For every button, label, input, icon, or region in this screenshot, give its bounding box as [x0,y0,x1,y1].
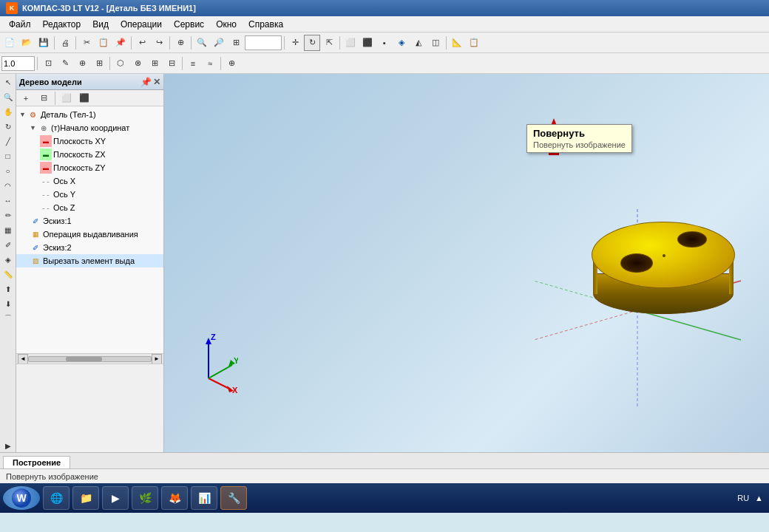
menu-help[interactable]: Справка [243,18,289,31]
lp-pan[interactable]: ✋ [1,105,15,118]
t2-btn4[interactable]: ⊞ [91,55,107,72]
svg-text:Z: Z [211,334,216,341]
t2-btn5[interactable]: ⬡ [112,55,129,72]
expand-origin-icon[interactable]: ▼ [30,124,36,132]
lp-zoom[interactable]: 🔍 [1,90,15,103]
lp-rotate[interactable]: ↻ [1,120,15,133]
taskbar-explorer[interactable]: 📁 [72,486,99,510]
tree-item-cut[interactable]: ▨ Вырезать элемент выда [16,254,163,267]
t2-btn3[interactable]: ⊕ [74,55,90,72]
right-view-button[interactable]: ▪ [376,35,393,51]
t2-btn8[interactable]: ⊟ [163,55,180,72]
menu-service[interactable]: Сервис [168,18,210,31]
taskbar-kompas[interactable]: 🔧 [220,486,247,510]
shade-button[interactable]: ◭ [410,35,427,51]
tree-scrollbar[interactable]: ◄ ► [16,353,163,364]
tree-item-extrude[interactable]: ▦ Операция выдавливания [16,228,163,241]
viewport[interactable]: Повернуть Повернуть изображение [164,74,769,452]
tree-pin-icon[interactable]: 📌 [140,77,152,87]
menu-view[interactable]: Вид [87,18,115,31]
undo-button[interactable]: ↩ [134,35,150,51]
tree-tb-view1[interactable]: ⬜ [58,90,75,106]
menu-edit[interactable]: Редактор [37,18,87,31]
scroll-right[interactable]: ► [152,354,162,364]
start-button[interactable]: W [3,486,40,510]
lp-sketch[interactable]: ✐ [1,238,15,251]
t2-btn9[interactable]: ≡ [185,55,201,72]
print-button[interactable]: 🖨 [57,35,73,51]
measure-button[interactable]: 📐 [449,35,465,51]
lp-3d[interactable]: ◈ [1,253,15,266]
t2-btn10[interactable]: ≈ [202,55,218,72]
iso-view-button[interactable]: ◈ [393,35,410,51]
move-button[interactable]: ✛ [287,35,303,51]
zoom-value-input[interactable]: 1.0 [245,35,282,50]
lp-dim[interactable]: ↔ [1,194,15,207]
menu-window[interactable]: Окно [210,18,243,31]
tree-item-zy[interactable]: ▬ Плоскость ZY [16,161,163,174]
tree-item-axis-z[interactable]: - - Ось Z [16,201,163,214]
lp-rect[interactable]: □ [1,149,15,163]
new-button[interactable]: 📄 [1,35,18,51]
lp-line[interactable]: ╱ [1,134,15,148]
tree-item-xy[interactable]: ▬ Плоскость XY [16,134,163,148]
tab-construction[interactable]: Построение [3,456,70,468]
taskbar-ie[interactable]: 🌐 [43,486,70,510]
taskbar-green[interactable]: 🌿 [132,486,158,510]
tree-item-sketch1[interactable]: ✐ Эскиз:1 [16,214,163,228]
taskbar-player[interactable]: ▶ [102,486,129,510]
lp-note[interactable]: ✏ [1,208,15,222]
tree-tb-add[interactable]: + [18,90,34,106]
tree-tb-view2[interactable]: ⬛ [76,90,92,106]
snap-button[interactable]: ⊕ [172,35,189,51]
orient-button[interactable]: ⇱ [321,35,337,51]
lp-cut[interactable]: ⬇ [1,297,15,310]
zoom-in-button[interactable]: 🔍 [194,35,210,51]
scroll-thumb[interactable] [66,357,103,361]
lp-hatch[interactable]: ▦ [1,223,15,236]
properties-button[interactable]: 📋 [466,35,482,51]
taskbar-expand[interactable]: ▲ [755,494,763,502]
cut-icon: ▨ [30,255,41,267]
top-view-button[interactable]: ⬛ [359,35,376,51]
t2-btn11[interactable]: ⊕ [223,55,240,72]
t2-btn6[interactable]: ⊗ [129,55,146,72]
tree-item-axis-x[interactable]: - - Ось X [16,174,163,188]
taskbar-office[interactable]: 📊 [191,486,217,510]
lp-select[interactable]: ↖ [1,75,15,89]
scale-input[interactable] [1,56,35,71]
tree-item-origin[interactable]: ▼ ⊕ (т)Начало координат [16,121,163,134]
lp-expand[interactable]: ▶ [1,439,15,452]
tree-item-sketch2[interactable]: ✐ Эскиз:2 [16,241,163,254]
t2-btn2[interactable]: ✎ [57,55,73,72]
tree-tb-filter[interactable]: ⊟ [35,90,52,106]
lp-circle[interactable]: ○ [1,164,15,177]
tree-item-axis-y[interactable]: - - Ось Y [16,188,163,201]
scroll-track[interactable] [28,356,152,362]
cut-button[interactable]: ✂ [78,35,95,51]
zoom-fit-button[interactable]: ⊞ [228,35,244,51]
tree-item-zx[interactable]: ▬ Плоскость ZX [16,148,163,161]
copy-button[interactable]: 📋 [95,35,112,51]
wire-button[interactable]: ◫ [427,35,444,51]
taskbar-firefox[interactable]: 🦊 [161,486,188,510]
lp-fillet[interactable]: ⌒ [1,312,15,325]
paste-button[interactable]: 📌 [112,35,129,51]
lp-extrude[interactable]: ⬆ [1,282,15,296]
redo-button[interactable]: ↪ [151,35,167,51]
scroll-left[interactable]: ◄ [18,354,28,364]
t2-btn1[interactable]: ⊡ [40,55,56,72]
zoom-out-button[interactable]: 🔎 [211,35,227,51]
open-button[interactable]: 📂 [18,35,35,51]
menu-operations[interactable]: Операции [115,18,168,31]
lp-arc[interactable]: ◠ [1,179,15,192]
lp-measure[interactable]: 📏 [1,267,15,281]
tree-item-root[interactable]: ▼ ⚙ Деталь (Тел-1) [16,108,163,121]
menu-file[interactable]: Файл [3,18,37,31]
save-button[interactable]: 💾 [35,35,52,51]
front-view-button[interactable]: ⬜ [342,35,359,51]
rotate-button[interactable]: ↻ [304,35,320,51]
t2-btn7[interactable]: ⊞ [146,55,163,72]
tree-close-icon[interactable]: ✕ [153,77,160,87]
expand-icon[interactable]: ▼ [19,111,26,118]
